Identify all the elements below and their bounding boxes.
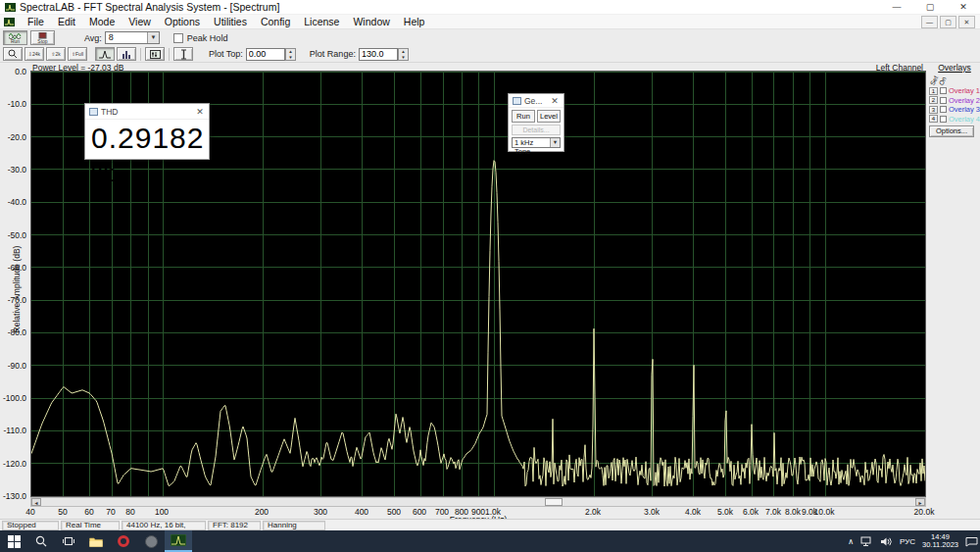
overlay-checkbox[interactable] bbox=[940, 87, 947, 94]
generator-dialog-title: Ge... bbox=[524, 96, 546, 106]
opera-icon bbox=[118, 535, 129, 547]
overlay-checkbox[interactable] bbox=[940, 116, 947, 123]
overlay-select-button[interactable]: 2 bbox=[929, 96, 938, 104]
toolbar-transport: Run Stop Avg: 8 ▼ Peak Hold bbox=[0, 29, 980, 46]
folder-icon bbox=[89, 536, 103, 547]
close-icon[interactable]: ✕ bbox=[947, 0, 980, 15]
overlays-rows: 1Overlay 12Overlay 23Overlay 34Overlay 4 bbox=[929, 86, 980, 124]
generator-level-button[interactable]: Level bbox=[537, 110, 561, 123]
overlay-label: Overlay 2 bbox=[949, 96, 980, 105]
menu-item-utilities[interactable]: Utilities bbox=[207, 16, 254, 27]
app-icon bbox=[5, 3, 16, 12]
menu-bar: FileEditModeViewOptionsUtilitiesConfigLi… bbox=[0, 15, 980, 29]
marker-button[interactable] bbox=[173, 47, 193, 61]
plot-top-input[interactable] bbox=[246, 48, 285, 61]
spectralab-taskbar-button[interactable] bbox=[165, 530, 192, 552]
mdi-minimize-icon[interactable]: — bbox=[921, 16, 938, 28]
mdi-child-icon bbox=[4, 18, 15, 26]
y-tick-label: -10.0 bbox=[8, 99, 26, 109]
overlay-row: 1Overlay 1 bbox=[929, 86, 980, 96]
menu-item-options[interactable]: Options bbox=[158, 16, 207, 27]
run-button[interactable]: Run bbox=[3, 30, 27, 45]
frequency-scrollbar[interactable]: ◄ ► bbox=[30, 497, 926, 507]
generator-details-button: Details... bbox=[512, 125, 561, 135]
zoom-in-2x-button[interactable]: ⇩24k bbox=[24, 47, 44, 61]
toolbar-separator bbox=[140, 48, 141, 61]
overlay-checkbox[interactable] bbox=[940, 97, 947, 104]
tray-expand-icon[interactable]: ∧ bbox=[848, 537, 854, 546]
status-segment: FFT: 8192 pts bbox=[208, 521, 261, 530]
volume-icon[interactable] bbox=[880, 536, 893, 547]
scrollbar-thumb[interactable] bbox=[545, 498, 563, 506]
menu-item-file[interactable]: File bbox=[21, 16, 51, 27]
generator-run-button[interactable]: Run bbox=[512, 110, 535, 123]
y-tick-label: -110.0 bbox=[4, 426, 26, 435]
opera-browser-button[interactable] bbox=[110, 530, 137, 552]
overlays-panel: Overlays Set On 1Overlay 12Overlay 23Ove… bbox=[929, 63, 980, 220]
windows-logo-icon bbox=[8, 535, 21, 548]
overlay-select-button[interactable]: 4 bbox=[929, 115, 938, 123]
pinned-app-button[interactable] bbox=[137, 530, 165, 552]
peak-hold-checkbox[interactable] bbox=[173, 33, 183, 43]
spectrum-line-view-button[interactable] bbox=[95, 47, 115, 61]
scroll-right-icon[interactable]: ► bbox=[915, 498, 925, 506]
action-center-icon[interactable] bbox=[965, 536, 978, 547]
menu-item-window[interactable]: Window bbox=[346, 16, 396, 27]
spectrum-view: Power Level = -27.03 dB Left Channel Rel… bbox=[0, 63, 980, 519]
y-tick-label: -40.0 bbox=[8, 197, 26, 207]
menu-item-config[interactable]: Config bbox=[254, 16, 297, 27]
menu-item-edit[interactable]: Edit bbox=[51, 16, 82, 27]
network-icon[interactable] bbox=[860, 536, 873, 547]
zoom-full-scale-button[interactable]: ⇧Full bbox=[68, 47, 87, 61]
overlays-options-button[interactable]: Options... bbox=[929, 125, 974, 137]
plot-top-spinner[interactable]: ▲ ▼ bbox=[285, 48, 296, 61]
bar-view-button[interactable] bbox=[117, 47, 136, 61]
mdi-restore-icon[interactable]: ▢ bbox=[940, 16, 956, 28]
maximize-icon[interactable]: ▢ bbox=[913, 0, 947, 15]
menu-item-help[interactable]: Help bbox=[397, 16, 432, 27]
avg-value: 8 bbox=[106, 32, 133, 43]
spinner-down-icon[interactable]: ▼ bbox=[286, 55, 295, 61]
chevron-down-icon[interactable]: ▼ bbox=[147, 32, 159, 43]
clock-date: 30.11.2023 bbox=[922, 541, 958, 549]
menu-item-license[interactable]: License bbox=[297, 16, 346, 27]
file-explorer-button[interactable] bbox=[82, 530, 110, 552]
scroll-left-icon[interactable]: ◄ bbox=[31, 498, 41, 506]
minimize-icon[interactable]: — bbox=[880, 0, 913, 15]
plot-range-input[interactable] bbox=[359, 48, 398, 61]
zoom-button[interactable] bbox=[3, 47, 23, 61]
spectralab-icon bbox=[171, 534, 186, 546]
start-button[interactable] bbox=[0, 530, 27, 552]
taskbar-clock[interactable]: 14:49 30.11.2023 bbox=[922, 533, 958, 549]
thd-dialog-titlebar[interactable]: THD ✕ bbox=[85, 104, 209, 120]
search-button[interactable] bbox=[27, 530, 55, 552]
mixer-button[interactable] bbox=[145, 47, 165, 61]
overlay-select-button[interactable]: 3 bbox=[929, 106, 938, 114]
plot-range-spinner[interactable]: ▲ ▼ bbox=[398, 48, 409, 61]
mdi-close-icon[interactable]: ✕ bbox=[958, 16, 975, 28]
search-icon bbox=[35, 535, 47, 547]
status-segment: Hanning bbox=[263, 521, 325, 530]
y-tick-label: -120.0 bbox=[3, 459, 26, 469]
generator-signal-combobox[interactable]: 1 kHz Tone ▼ bbox=[512, 137, 561, 148]
close-icon[interactable]: ✕ bbox=[546, 96, 564, 106]
overlay-checkbox[interactable] bbox=[940, 106, 947, 113]
menu-item-mode[interactable]: Mode bbox=[82, 16, 122, 27]
generator-dialog-titlebar[interactable]: Ge... ✕ bbox=[509, 94, 564, 108]
thd-dialog-icon bbox=[89, 108, 98, 116]
task-view-button[interactable] bbox=[55, 530, 82, 552]
y-tick-label: -50.0 bbox=[8, 230, 26, 240]
language-indicator[interactable]: РУС bbox=[900, 537, 915, 546]
chevron-down-icon[interactable]: ▼ bbox=[550, 138, 560, 147]
stop-button[interactable]: Stop bbox=[30, 30, 55, 45]
task-view-icon bbox=[63, 535, 74, 547]
overlay-select-button[interactable]: 1 bbox=[929, 87, 938, 95]
run-button-label: Run bbox=[11, 39, 20, 44]
spinner-down-icon[interactable]: ▼ bbox=[399, 55, 408, 61]
close-icon[interactable]: ✕ bbox=[191, 107, 209, 117]
zoom-out-2x-button[interactable]: ⇧2k bbox=[46, 47, 66, 61]
avg-combobox[interactable]: 8 ▼ bbox=[105, 31, 160, 44]
menu-item-view[interactable]: View bbox=[122, 16, 158, 27]
y-tick-label: -20.0 bbox=[8, 132, 26, 142]
window-title: SpectraLAB - FFT Spectral Analysis Syste… bbox=[20, 1, 279, 13]
